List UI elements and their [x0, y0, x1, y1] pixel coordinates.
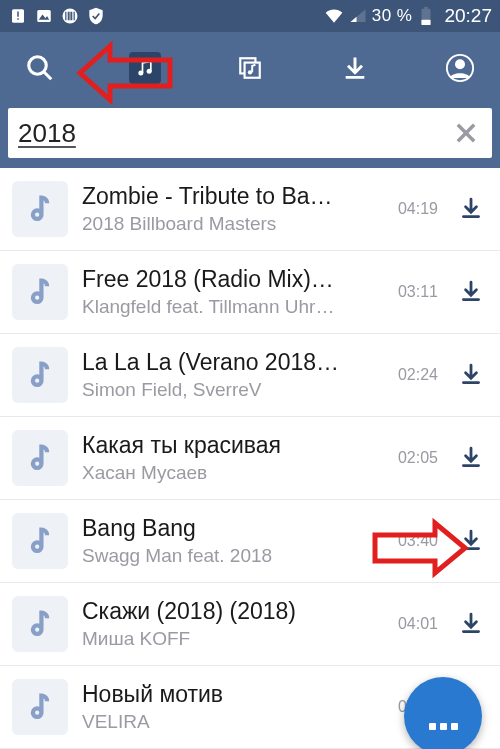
music-note-icon: [12, 430, 68, 486]
music-note-icon: [12, 347, 68, 403]
track-artist: 2018 Billboard Masters: [82, 212, 372, 236]
download-button[interactable]: [452, 522, 490, 560]
track-duration: 02:05: [390, 449, 438, 467]
app-bar: [0, 32, 500, 104]
battery-percent: 30 %: [372, 6, 413, 26]
track-artist: Klangfeld feat. Tillmann Uhr…: [82, 295, 372, 319]
track-title: Free 2018 (Radio Mix)…: [82, 265, 372, 293]
track-title: Новый мотив: [82, 680, 372, 708]
svg-point-18: [138, 71, 143, 76]
download-button[interactable]: [452, 439, 490, 477]
tab-search[interactable]: [10, 38, 70, 98]
svg-line-17: [44, 72, 52, 80]
tab-my-music[interactable]: [115, 38, 175, 98]
track-row[interactable]: Скажи (2018) (2018) Миша KOFF 04:01: [0, 583, 500, 666]
download-button[interactable]: [452, 605, 490, 643]
download-button[interactable]: [452, 356, 490, 394]
download-button[interactable]: [452, 273, 490, 311]
track-title: La La La (Verano 2018…: [82, 348, 372, 376]
status-bar: 30 % 20:27: [0, 0, 500, 32]
track-title: Какая ты красивая: [82, 431, 372, 459]
more-icon: [429, 723, 458, 730]
track-artist: VELIRA: [82, 710, 372, 734]
music-note-icon: [12, 596, 68, 652]
track-duration: 04:19: [390, 200, 438, 218]
clear-search-button[interactable]: [446, 113, 486, 153]
track-artist: Simon Field, SverreV: [82, 378, 372, 402]
svg-point-19: [147, 69, 152, 74]
track-duration: 02:24: [390, 366, 438, 384]
music-note-icon: [12, 679, 68, 735]
music-note-icon: [12, 181, 68, 237]
track-row[interactable]: Какая ты красивая Хасан Мусаев 02:05: [0, 417, 500, 500]
track-artist: Миша KOFF: [82, 627, 372, 651]
svg-rect-2: [17, 18, 19, 20]
track-duration: 03:11: [390, 283, 438, 301]
track-duration: 03:40: [390, 532, 438, 550]
svg-rect-1: [17, 12, 19, 17]
search-bar: [0, 104, 500, 168]
shield-icon: [86, 6, 106, 26]
svg-marker-12: [350, 17, 356, 22]
track-title: Скажи (2018) (2018): [82, 597, 372, 625]
tab-playlists[interactable]: [220, 38, 280, 98]
download-button[interactable]: [452, 190, 490, 228]
wifi-icon: [324, 6, 344, 26]
track-artist: Swagg Man feat. 2018: [82, 544, 372, 568]
track-row[interactable]: Zombie - Tribute to Ba… 2018 Billboard M…: [0, 168, 500, 251]
track-title: Zombie - Tribute to Ba…: [82, 182, 372, 210]
track-row[interactable]: Bang Bang Swagg Man feat. 2018 03:40: [0, 500, 500, 583]
signal-icon: [348, 6, 368, 26]
image-icon: [34, 6, 54, 26]
svg-rect-3: [37, 10, 51, 22]
clock: 20:27: [444, 5, 492, 27]
tab-downloads[interactable]: [325, 38, 385, 98]
music-note-icon: [12, 513, 68, 569]
search-input[interactable]: [18, 118, 446, 149]
track-row[interactable]: La La La (Verano 2018… Simon Field, Sver…: [0, 334, 500, 417]
svg-rect-15: [422, 20, 431, 25]
track-list: Zombie - Tribute to Ba… 2018 Billboard M…: [0, 168, 500, 749]
track-duration: 04:01: [390, 615, 438, 633]
fab-more-button[interactable]: [404, 677, 482, 749]
barcode-icon: [60, 6, 80, 26]
svg-point-16: [29, 57, 47, 75]
warning-icon: [8, 6, 28, 26]
battery-icon: [416, 6, 436, 26]
svg-rect-14: [425, 7, 429, 10]
music-note-icon: [12, 264, 68, 320]
track-row[interactable]: Free 2018 (Radio Mix)… Klangfeld feat. T…: [0, 251, 500, 334]
svg-point-29: [455, 59, 465, 69]
tab-profile[interactable]: [430, 38, 490, 98]
track-title: Bang Bang: [82, 514, 372, 542]
track-artist: Хасан Мусаев: [82, 461, 372, 485]
